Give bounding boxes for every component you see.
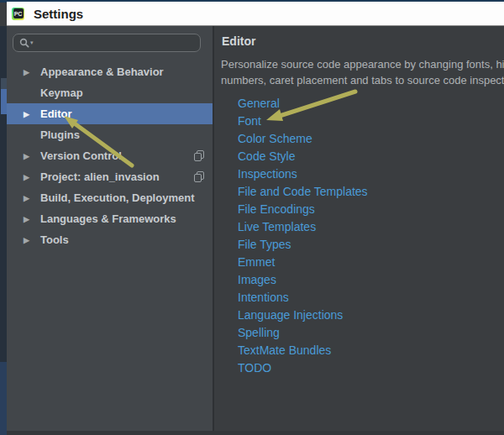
link-emmet[interactable]: Emmet: [238, 254, 368, 271]
sidebar-item-tools[interactable]: ▶Tools: [7, 229, 213, 250]
sidebar-item-build-execution-deployment[interactable]: ▶Build, Execution, Deployment: [7, 187, 213, 208]
expand-chevron-icon[interactable]: ▶: [24, 173, 40, 181]
sidebar-item-label: Appearance & Behavior: [40, 66, 164, 78]
expand-chevron-icon[interactable]: ▶: [24, 236, 40, 244]
search-icon: [19, 38, 29, 48]
link-language-injections[interactable]: Language Injections: [238, 307, 368, 324]
expand-chevron-icon[interactable]: ▶: [24, 68, 40, 76]
editor-subsection-links: GeneralFontColor SchemeCode StyleInspect…: [238, 95, 368, 377]
dialog-bottom-edge: [7, 431, 504, 435]
link-intentions[interactable]: Intentions: [238, 289, 368, 307]
sidebar-item-label: Tools: [40, 233, 69, 246]
page-title: Editor: [222, 34, 255, 48]
sidebar-item-label: Version Control: [40, 149, 122, 162]
sidebar-item-plugins[interactable]: Plugins: [7, 124, 213, 145]
sidebar-item-project-alien-invasion[interactable]: ▶Project: alien_invasion: [7, 166, 213, 187]
link-file-and-code-templates[interactable]: File and Code Templates: [238, 183, 368, 201]
settings-search-box[interactable]: ▾: [13, 34, 201, 52]
link-font[interactable]: Font: [238, 113, 368, 130]
settings-sidebar: ▾ ▶Appearance & BehaviorKeymap▶EditorPlu…: [7, 26, 214, 435]
editor-settings-panel: Editor Personalize source code appearanc…: [214, 26, 504, 435]
link-code-style[interactable]: Code Style: [238, 148, 368, 165]
pycharm-app-icon: PC: [12, 8, 24, 20]
link-spelling[interactable]: Spelling: [238, 324, 368, 342]
sidebar-item-label: Keymap: [40, 86, 83, 99]
sidebar-item-languages-frameworks[interactable]: ▶Languages & Frameworks: [7, 208, 213, 229]
shared-settings-copy-icon: [194, 171, 204, 182]
expand-chevron-icon[interactable]: ▶: [24, 110, 40, 118]
sidebar-item-label: Project: alien_invasion: [40, 170, 160, 183]
sidebar-item-label: Build, Execution, Deployment: [40, 191, 194, 204]
pycharm-icon-letters: PC: [13, 8, 24, 18]
sidebar-item-keymap[interactable]: Keymap: [7, 82, 213, 103]
title-bar: PC Settings: [7, 2, 504, 26]
link-file-types[interactable]: File Types: [238, 236, 368, 254]
sidebar-item-label: Plugins: [40, 128, 80, 141]
expand-chevron-icon[interactable]: ▶: [24, 215, 40, 223]
editor-description: Personalize source code appearance by ch…: [221, 56, 504, 88]
link-color-scheme[interactable]: Color Scheme: [238, 130, 368, 148]
window-title: Settings: [34, 7, 83, 21]
search-options-chevron-icon[interactable]: ▾: [30, 39, 34, 46]
link-file-encodings[interactable]: File Encodings: [238, 201, 368, 218]
settings-dialog: PC Settings ▾ ▶Appearance & BehaviorKeym…: [0, 0, 504, 435]
sidebar-item-version-control[interactable]: ▶Version Control: [7, 145, 213, 166]
search-input[interactable]: [38, 36, 184, 50]
link-todo[interactable]: TODO: [238, 359, 368, 377]
link-textmate-bundles[interactable]: TextMate Bundles: [238, 342, 368, 359]
background-window-sliver: [0, 26, 7, 435]
link-general[interactable]: General: [238, 95, 368, 113]
shared-settings-copy-icon: [194, 150, 204, 161]
link-images[interactable]: Images: [238, 271, 368, 289]
link-inspections[interactable]: Inspections: [238, 165, 368, 183]
sidebar-item-appearance-behavior[interactable]: ▶Appearance & Behavior: [7, 61, 213, 82]
sidebar-item-label: Languages & Frameworks: [40, 212, 176, 225]
description-line-1: Personalize source code appearance by ch…: [221, 56, 504, 72]
expand-chevron-icon[interactable]: ▶: [24, 152, 40, 160]
expand-chevron-icon[interactable]: ▶: [24, 194, 40, 202]
sidebar-item-editor[interactable]: ▶Editor: [7, 103, 213, 124]
settings-category-tree: ▶Appearance & BehaviorKeymap▶EditorPlugi…: [7, 61, 213, 250]
description-line-2: numbers, caret placement and tabs to sou…: [221, 72, 504, 88]
link-live-templates[interactable]: Live Templates: [238, 218, 368, 236]
sidebar-item-label: Editor: [40, 107, 72, 120]
